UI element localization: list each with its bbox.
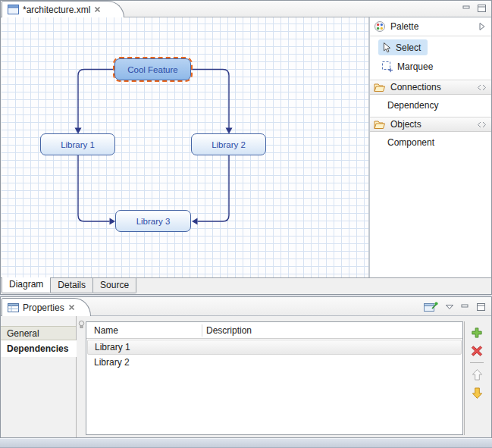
page-tab-details[interactable]: Details — [50, 278, 93, 293]
table-header: Name Description — [86, 322, 462, 339]
properties-view: Properties General Dependencies — [0, 296, 492, 438]
editor-tab-architecture-xml[interactable]: *architecture.xml — [2, 1, 124, 17]
column-header-description[interactable]: Description — [206, 322, 252, 339]
palette-collapse-icon[interactable] — [478, 22, 486, 31]
dependencies-table: Name Description Library 1 Library 2 — [86, 321, 463, 435]
diagram-canvas[interactable]: Cool Feature Library 1 Library 2 Library… — [2, 17, 368, 277]
palette-icon — [374, 20, 386, 33]
node-label: Cool Feature — [127, 65, 177, 74]
column-header-name[interactable]: Name — [94, 322, 118, 339]
properties-tab-bar: Properties — [1, 297, 491, 316]
node-library-2[interactable]: Library 2 — [191, 133, 266, 155]
palette-header[interactable]: Palette — [370, 17, 491, 36]
minimize-icon[interactable] — [461, 302, 469, 312]
editor-tab-title: *architecture.xml — [23, 5, 90, 15]
edge-library1-library3[interactable] — [78, 155, 110, 221]
table-row-library-2[interactable]: Library 2 — [86, 355, 462, 371]
maximize-icon[interactable] — [476, 302, 486, 312]
palette-group-objects[interactable]: Objects — [370, 117, 491, 132]
edge-coolfeature-library1[interactable] — [78, 70, 114, 129]
palette-item-component[interactable]: Component — [370, 135, 491, 150]
node-label: Library 2 — [212, 140, 246, 149]
page-tab-source[interactable]: Source — [92, 278, 136, 293]
palette-title: Palette — [390, 21, 418, 32]
edge-coolfeature-library2[interactable] — [191, 70, 229, 129]
maximize-icon[interactable] — [477, 4, 487, 13]
dependency-actions — [470, 326, 487, 404]
table-row-library-1[interactable]: Library 1 — [87, 340, 462, 355]
move-down-icon[interactable] — [470, 386, 484, 399]
palette-item-dependency[interactable]: Dependency — [370, 98, 491, 113]
view-menu-icon[interactable] — [445, 304, 454, 310]
editor-part: *architecture.xml — [0, 0, 492, 295]
properties-table-icon — [8, 303, 19, 312]
arrowhead-icon — [192, 218, 198, 225]
window-bottom-trim — [0, 438, 492, 448]
tab-general[interactable]: General — [1, 326, 76, 340]
pin-open-icon[interactable] — [477, 84, 487, 91]
palette-item-label: Dependency — [387, 100, 438, 111]
cell-name: Library 1 — [95, 342, 130, 352]
node-library-3[interactable]: Library 3 — [115, 210, 191, 232]
palette-group-label: Connections — [390, 82, 441, 92]
page-tab-diagram[interactable]: Diagram — [2, 277, 51, 293]
select-cursor-icon — [381, 42, 392, 54]
palette-tool-select[interactable]: Select — [378, 39, 428, 55]
marquee-icon — [381, 61, 393, 73]
move-up-icon[interactable] — [470, 368, 484, 381]
properties-view-tab[interactable]: Properties — [2, 298, 91, 316]
properties-tab-list: General Dependencies — [1, 316, 77, 437]
palette-tool-label: Select — [396, 42, 421, 53]
divider — [464, 321, 465, 435]
properties-view-title: Properties — [23, 302, 64, 313]
palette-tool-marquee[interactable]: Marquee — [378, 58, 440, 74]
close-icon[interactable] — [68, 304, 75, 311]
editor-file-icon — [8, 5, 19, 14]
palette-group-label: Objects — [390, 119, 421, 130]
node-cool-feature[interactable]: Cool Feature — [114, 58, 191, 80]
divider — [470, 362, 484, 363]
edge-library2-library3[interactable] — [198, 155, 230, 221]
tab-dependencies[interactable]: Dependencies — [1, 340, 77, 357]
arrowhead-icon — [110, 218, 116, 225]
editor-tab-bar: *architecture.xml — [1, 1, 491, 17]
folder-open-icon — [374, 120, 386, 130]
node-label: Library 3 — [136, 217, 171, 226]
palette-item-label: Component — [387, 137, 434, 148]
palette-group-connections[interactable]: Connections — [370, 80, 491, 95]
cell-name: Library 2 — [94, 357, 130, 368]
close-icon[interactable] — [94, 6, 101, 13]
palette-tool-label: Marquee — [397, 61, 433, 72]
pin-open-icon[interactable] — [477, 121, 487, 128]
lightbulb-icon — [78, 320, 85, 329]
editor-page-tabs: DiagramDetailsSource — [1, 277, 491, 294]
minimize-icon[interactable] — [462, 4, 471, 13]
node-label: Library 1 — [61, 140, 95, 149]
pin-view-icon[interactable] — [424, 301, 438, 312]
delete-icon[interactable] — [470, 344, 484, 358]
palette: Palette Select Marquee Connections — [368, 17, 491, 277]
folder-open-icon — [374, 83, 386, 92]
column-divider[interactable] — [202, 324, 202, 337]
node-library-1[interactable]: Library 1 — [40, 133, 115, 155]
add-icon[interactable] — [470, 326, 484, 340]
